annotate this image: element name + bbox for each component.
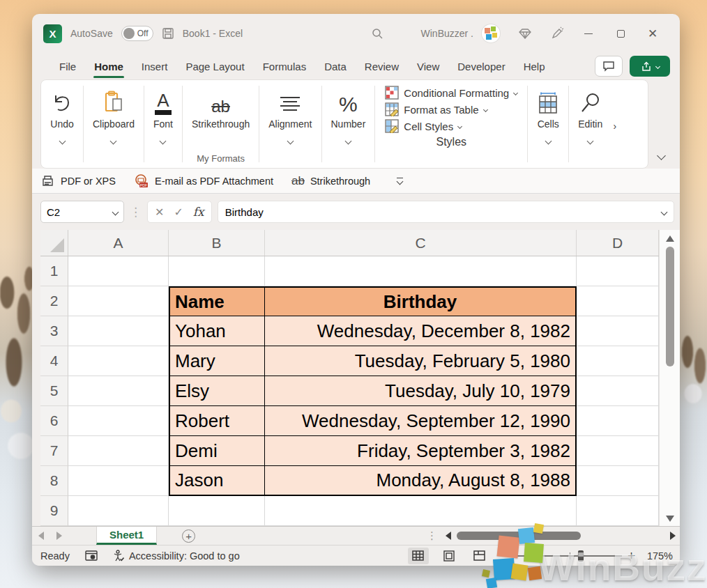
tab-insert[interactable]: Insert [132,56,177,77]
cell-B3[interactable]: Yohan [169,316,265,346]
cell-C3[interactable]: Wednesday, December 8, 1982 [265,316,577,346]
cell-A2[interactable] [68,286,169,316]
share-button[interactable] [630,56,670,77]
tabbar-grip[interactable]: ⋮ [427,529,437,542]
cell-B5[interactable]: Elsy [169,376,265,406]
name-box[interactable]: C2 [40,201,124,223]
macro-record-icon[interactable] [85,550,98,561]
minimize-button[interactable] [572,22,605,45]
strikethrough-button[interactable]: ab Strikethrough My Formats [183,80,259,168]
cell-A9[interactable] [68,496,169,526]
autosave-toggle[interactable]: Off [121,26,153,41]
zoom-out-button[interactable]: − [504,549,512,562]
cell-C2[interactable]: Birthday [265,286,577,316]
scroll-left-icon[interactable] [446,532,451,540]
undo-group-button[interactable]: Undo [41,80,83,168]
cell-C7[interactable]: Friday, September 3, 1982 [265,436,577,466]
cell-B4[interactable]: Mary [169,346,265,376]
row-header-7[interactable]: 7 [40,436,68,466]
save-icon[interactable] [162,27,174,40]
cell-B8[interactable]: Jason [169,466,265,496]
vertical-scrollbar[interactable] [659,230,680,526]
cells-group-button[interactable]: Cells [528,80,568,168]
maximize-button[interactable] [605,22,637,45]
tab-developer[interactable]: Developer [448,56,514,77]
collapse-ribbon-icon[interactable] [658,149,664,162]
comments-button[interactable] [595,56,623,77]
email-as-pdf-button[interactable]: PDF E-mail as PDF Attachment [134,174,273,188]
vertical-scroll-thumb[interactable] [666,247,674,366]
cell-D8[interactable] [577,466,659,496]
column-header-A[interactable]: A [68,230,169,256]
select-all-button[interactable] [40,230,68,256]
horizontal-scrollbar[interactable] [446,531,676,541]
account-name[interactable]: WinBuzzer . [421,28,473,39]
scroll-up-icon[interactable] [666,235,674,242]
format-as-table-button[interactable]: Format as Table [385,102,517,116]
name-box-chevron-icon[interactable] [112,208,119,215]
close-button[interactable]: ✕ [637,22,669,45]
accessibility-status[interactable]: Accessibility: Good to go [113,550,240,562]
tab-page-layout[interactable]: Page Layout [176,56,253,77]
excel-app-icon[interactable]: X [43,24,62,43]
feedback-pen-icon[interactable] [550,26,564,40]
zoom-slider[interactable] [517,555,622,557]
formula-input[interactable]: Birthday [218,201,674,223]
account-avatar[interactable] [482,24,500,42]
row-header-4[interactable]: 4 [40,346,68,376]
cell-B6[interactable]: Robert [169,406,265,436]
row-header-3[interactable]: 3 [40,316,68,346]
editing-group-button[interactable]: Editin › [569,80,605,168]
column-header-D[interactable]: D [577,230,659,256]
cell-C5[interactable]: Tuesday, July 10, 1979 [265,376,577,406]
font-group-button[interactable]: A Font [144,80,182,168]
cell-A5[interactable] [68,376,169,406]
cell-styles-button[interactable]: Cell Styles [385,119,517,133]
formula-bar-expand-icon[interactable] [661,208,668,215]
row-header-6[interactable]: 6 [40,406,68,436]
cell-D1[interactable] [577,256,659,286]
cell-D4[interactable] [577,346,659,376]
cancel-icon[interactable]: ✕ [155,206,164,219]
tab-help[interactable]: Help [515,56,554,77]
cell-B7[interactable]: Demi [169,436,265,466]
qat-strikethrough-button[interactable]: ab Strikethrough [291,174,370,188]
cell-A8[interactable] [68,466,169,496]
alignment-group-button[interactable]: Alignment [259,80,321,168]
row-header-2[interactable]: 2 [40,286,68,316]
normal-view-button[interactable] [408,548,429,564]
cell-A7[interactable] [68,436,169,466]
cell-D9[interactable] [577,496,659,526]
scroll-right-icon[interactable] [670,532,676,540]
cell-C6[interactable]: Wednesday, September 12, 1990 [265,406,577,436]
sheet-tab-sheet1[interactable]: Sheet1 [96,527,157,545]
cell-B2[interactable]: Name [169,286,265,316]
ribbon-overflow-arrow[interactable]: › [614,121,617,132]
sheet-nav-right-icon[interactable] [56,532,62,540]
number-group-button[interactable]: % Number [322,80,375,168]
cell-D7[interactable] [577,436,659,466]
enter-icon[interactable]: ✓ [174,206,183,219]
premium-diamond-icon[interactable] [518,26,532,40]
cell-A6[interactable] [68,406,169,436]
tab-view[interactable]: View [408,56,448,77]
formula-bar-grip[interactable]: ⋮ [130,205,142,219]
search-icon[interactable] [371,27,383,40]
row-header-5[interactable]: 5 [40,376,68,406]
clipboard-group-button[interactable]: Clipboard [84,80,144,168]
column-header-C[interactable]: C [265,230,577,256]
cell-A4[interactable] [68,346,169,376]
cell-D6[interactable] [577,406,659,436]
conditional-formatting-button[interactable]: Conditional Formatting [385,86,517,100]
scroll-down-icon[interactable] [666,516,674,522]
tab-data[interactable]: Data [315,56,356,77]
page-break-view-button[interactable] [469,548,490,564]
cell-D5[interactable] [577,376,659,406]
tab-formulas[interactable]: Formulas [254,56,316,77]
cell-D3[interactable] [577,316,659,346]
qat-customize-icon[interactable] [397,178,403,184]
insert-function-icon[interactable]: fx [193,205,204,219]
page-layout-view-button[interactable] [439,548,459,564]
cell-C9[interactable] [265,496,577,526]
row-header-8[interactable]: 8 [40,466,68,496]
